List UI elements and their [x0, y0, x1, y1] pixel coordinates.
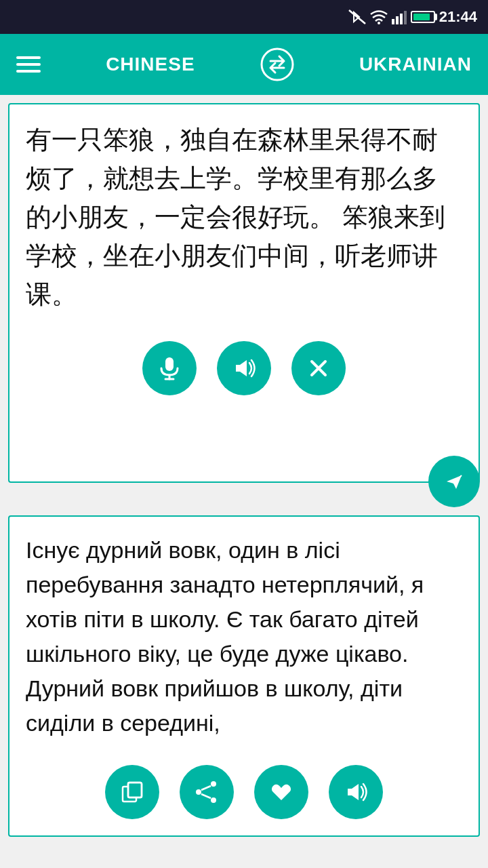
speak-button[interactable]	[217, 341, 271, 395]
status-icons: 21:44	[348, 8, 477, 26]
share-icon	[195, 780, 219, 804]
svg-rect-3	[396, 16, 399, 24]
svg-rect-5	[404, 11, 407, 24]
heart-icon	[269, 780, 293, 804]
navbar: CHINESE UKRAINIAN	[0, 34, 488, 95]
svg-point-17	[196, 789, 201, 795]
wifi-icon	[370, 9, 388, 24]
menu-button[interactable]	[16, 56, 41, 73]
like-button[interactable]	[254, 765, 308, 819]
svg-rect-4	[400, 14, 403, 24]
svg-point-1	[378, 22, 380, 24]
chinese-text-display[interactable]: 有一只笨狼，独自在森林里呆得不耐烦了，就想去上学。学校里有那么多的小朋友，一定会…	[9, 104, 479, 325]
ukrainian-speak-button[interactable]	[329, 765, 383, 819]
svg-line-19	[201, 786, 211, 790]
chinese-panel: 有一只笨狼，独自在森林里呆得不耐烦了，就想去上学。学校里有那么多的小朋友，一定会…	[8, 103, 480, 483]
main-content: 有一只笨狼，独自在森林里呆得不耐烦了，就想去上学。学校里有那么多的小朋友，一定会…	[0, 103, 488, 837]
menu-line-3	[16, 70, 41, 73]
ukrainian-text-display[interactable]: Існує дурний вовк, один в лісі перебуван…	[9, 517, 479, 751]
target-language-label[interactable]: UKRAINIAN	[359, 54, 472, 75]
close-icon	[306, 356, 331, 380]
send-button[interactable]	[428, 456, 480, 507]
swap-icon	[260, 47, 294, 81]
chinese-action-buttons	[9, 325, 479, 414]
menu-line-1	[16, 56, 41, 59]
svg-point-6	[262, 49, 293, 80]
svg-point-18	[211, 797, 216, 803]
svg-line-20	[201, 794, 211, 798]
share-button[interactable]	[180, 765, 234, 819]
status-bar: 21:44	[0, 0, 488, 34]
svg-rect-7	[165, 357, 174, 371]
send-icon	[443, 470, 466, 493]
ukrainian-action-buttons	[9, 751, 479, 835]
menu-line-2	[16, 63, 41, 66]
clear-button[interactable]	[291, 341, 346, 395]
source-language-label[interactable]: CHINESE	[106, 54, 195, 75]
microphone-button[interactable]	[142, 341, 197, 395]
svg-line-0	[349, 10, 365, 24]
svg-rect-14	[128, 783, 142, 797]
ukrainian-panel: Існує дурний вовк, один в лісі перебуван…	[8, 515, 480, 837]
swap-languages-button[interactable]	[260, 47, 294, 81]
mute-icon	[348, 9, 366, 24]
battery-icon	[411, 11, 435, 23]
copy-icon	[120, 780, 144, 804]
signal-icon	[392, 9, 407, 24]
microphone-icon	[157, 356, 182, 380]
speaker-icon	[232, 356, 256, 380]
svg-point-16	[211, 781, 216, 787]
ukrainian-speaker-icon	[344, 780, 368, 804]
copy-button[interactable]	[105, 765, 159, 819]
svg-rect-2	[392, 19, 394, 24]
time-display: 21:44	[439, 8, 477, 26]
